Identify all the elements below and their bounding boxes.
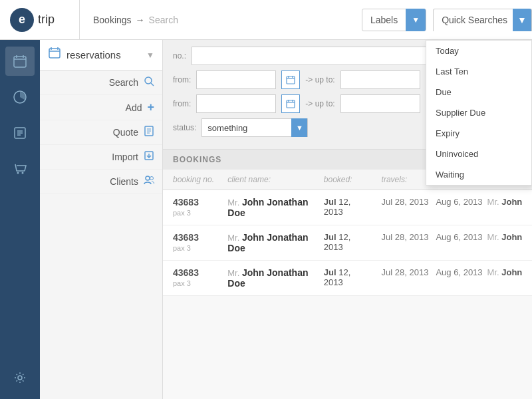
svg-point-24 bbox=[146, 176, 150, 180]
booked-day: 12, bbox=[338, 197, 350, 207]
date-to2-input[interactable] bbox=[340, 94, 420, 113]
svg-rect-0 bbox=[14, 57, 26, 67]
clients-icon bbox=[144, 175, 154, 188]
status-label: status: bbox=[173, 123, 196, 132]
import-label: Import bbox=[112, 152, 138, 162]
labels-label: Labels bbox=[362, 15, 406, 25]
row-booking-no: 43683 pax 3 bbox=[163, 232, 221, 253]
date-from-input[interactable] bbox=[196, 70, 276, 89]
row-travels: Jul 28, 2013 bbox=[382, 197, 436, 207]
quick-searches-button[interactable]: Quick Searches ▼ bbox=[433, 9, 532, 31]
breadcrumb-arrow: → bbox=[136, 15, 145, 25]
svg-point-25 bbox=[150, 177, 154, 180]
breadcrumb: Bookings → Search bbox=[80, 15, 362, 25]
qs-due[interactable]: Due bbox=[426, 82, 531, 102]
booked-month: Jul bbox=[324, 267, 336, 277]
import-button[interactable]: Import bbox=[40, 145, 162, 170]
breadcrumb-current: Search bbox=[149, 15, 178, 25]
panel-header-icon bbox=[48, 47, 61, 63]
logo-icon: e bbox=[10, 8, 34, 32]
row-travels: Jul 28, 2013 bbox=[382, 232, 436, 242]
labels-dropdown[interactable]: Labels ▼ bbox=[362, 9, 426, 31]
agent-name: John bbox=[501, 197, 522, 207]
table-row[interactable]: 43683 pax 3 Mr. John Jonathan Doe Jul 12… bbox=[163, 261, 532, 296]
qs-supplier-due[interactable]: Supplier Due bbox=[426, 102, 531, 123]
row-agent: Mr. John bbox=[487, 197, 532, 207]
labels-arrow-icon[interactable]: ▼ bbox=[406, 9, 426, 31]
col-header-booking-no: booking no. bbox=[163, 175, 221, 184]
svg-point-10 bbox=[22, 172, 24, 174]
sidebar-icon-cart[interactable] bbox=[5, 154, 35, 184]
svg-line-17 bbox=[151, 83, 154, 86]
qs-today[interactable]: Today bbox=[426, 41, 531, 61]
booked-day: 12, bbox=[338, 267, 350, 277]
clients-label: Clients bbox=[110, 176, 138, 187]
sidebar-icon-contacts[interactable] bbox=[5, 118, 35, 148]
date-to-input[interactable] bbox=[340, 70, 420, 89]
agent-name: John bbox=[501, 232, 522, 242]
row-booked: Jul 12,2013 bbox=[324, 232, 382, 252]
quote-icon bbox=[144, 126, 154, 139]
quote-label: Quote bbox=[113, 127, 138, 138]
sidebar-icon-settings[interactable] bbox=[5, 363, 35, 392]
booking-number: 43683 bbox=[173, 197, 221, 207]
row-returns: Aug 6, 2013 bbox=[436, 267, 487, 277]
upto-label-1: -> up to: bbox=[305, 75, 334, 84]
booking-number: 43683 bbox=[173, 267, 221, 278]
agent-name: John bbox=[501, 267, 522, 277]
sidebar-icon-calendar[interactable] bbox=[5, 47, 35, 76]
row-returns: Aug 6, 2013 bbox=[436, 232, 487, 242]
row-booking-no: 43683 pax 3 bbox=[163, 267, 221, 288]
sidebar bbox=[0, 40, 40, 399]
search-button[interactable]: Search bbox=[40, 70, 162, 95]
row-client: Mr. John Jonathan Doe bbox=[221, 267, 324, 289]
row-booked: Jul 12,2013 bbox=[324, 197, 382, 217]
qs-expiry[interactable]: Expiry bbox=[426, 123, 531, 144]
add-icon: + bbox=[147, 100, 154, 114]
qs-last-ten[interactable]: Last Ten bbox=[426, 61, 531, 82]
logo-text: trip bbox=[38, 13, 55, 27]
qs-waiting[interactable]: Waiting bbox=[426, 164, 531, 185]
booked-month: Jul bbox=[324, 197, 336, 207]
agent-title: Mr. bbox=[487, 197, 499, 207]
status-value: something bbox=[202, 123, 291, 133]
row-travels: Jul 28, 2013 bbox=[382, 267, 436, 277]
svg-rect-30 bbox=[287, 100, 295, 108]
qs-uninvoiced[interactable]: Uninvoiced bbox=[426, 144, 531, 164]
status-arrow-icon[interactable]: ▼ bbox=[291, 118, 307, 137]
col-header-client: client name: bbox=[221, 175, 324, 184]
client-title: Mr. bbox=[227, 233, 242, 243]
date-from-label: from: bbox=[173, 75, 191, 84]
date-from2-input[interactable] bbox=[196, 94, 276, 113]
calendar-from-icon[interactable] bbox=[281, 70, 300, 89]
sidebar-icon-chart[interactable] bbox=[5, 82, 35, 112]
booked-month: Jul bbox=[324, 232, 336, 242]
row-booked: Jul 12,2013 bbox=[324, 267, 382, 287]
logo-area: e trip bbox=[0, 0, 80, 40]
table-row[interactable]: 43683 pax 3 Mr. John Jonathan Doe Jul 12… bbox=[163, 225, 532, 261]
panel-title: reservations bbox=[66, 49, 141, 61]
add-label: Add bbox=[126, 102, 142, 113]
pax-count: pax 3 bbox=[173, 244, 191, 252]
booked-year: 2013 bbox=[324, 277, 343, 287]
add-button[interactable]: Add + bbox=[40, 95, 162, 120]
status-select[interactable]: something ▼ bbox=[201, 118, 308, 137]
col-header-booked: booked: bbox=[324, 175, 382, 184]
agent-title: Mr. bbox=[487, 232, 499, 242]
svg-point-11 bbox=[18, 376, 22, 380]
quote-button[interactable]: Quote bbox=[40, 120, 162, 145]
table-row[interactable]: 43683 pax 3 Mr. John Jonathan Doe Jul 12… bbox=[163, 190, 532, 225]
breadcrumb-root[interactable]: Bookings bbox=[93, 15, 132, 25]
row-returns: Aug 6, 2013 bbox=[436, 197, 487, 207]
clients-button[interactable]: Clients bbox=[40, 170, 162, 194]
row-booking-no: 43683 pax 3 bbox=[163, 197, 221, 217]
quick-searches-label: Quick Searches bbox=[442, 15, 507, 25]
svg-rect-12 bbox=[49, 49, 60, 58]
calendar-from2-icon[interactable] bbox=[281, 94, 300, 113]
topbar: e trip Bookings → Search Labels ▼ Quick … bbox=[0, 0, 532, 40]
panel-arrow-icon[interactable]: ▼ bbox=[146, 51, 154, 60]
booked-year: 2013 bbox=[324, 207, 343, 217]
row-agent: Mr. John bbox=[487, 267, 532, 277]
client-title: Mr. bbox=[227, 198, 242, 207]
quick-searches-arrow-icon[interactable]: ▼ bbox=[513, 9, 531, 31]
